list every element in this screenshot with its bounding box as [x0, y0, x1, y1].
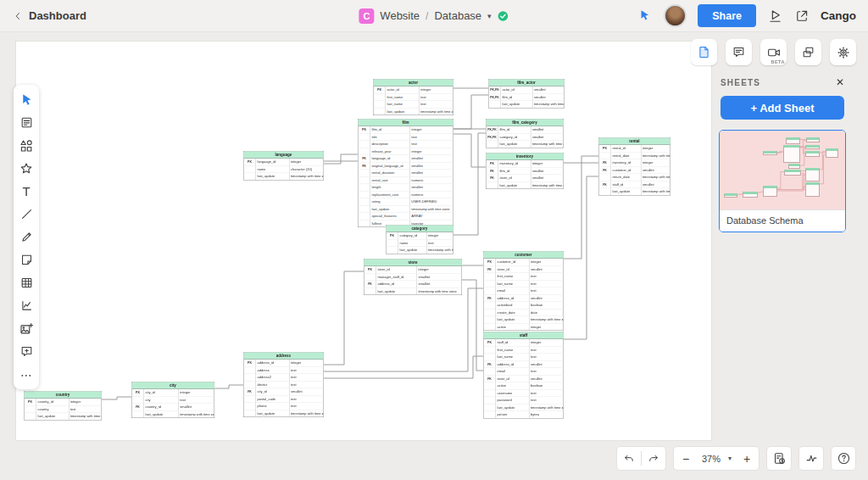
sheets-panel-button[interactable]	[691, 39, 717, 65]
er-cell-type: smallint	[530, 295, 564, 302]
er-row: first_nametext	[374, 93, 453, 101]
video-panel-button[interactable]: BETA	[760, 39, 787, 65]
er-table-staff[interactable]: staffPKstaff_idintegerfirst_nametextlast…	[483, 332, 564, 419]
add-sheet-button[interactable]: + Add Sheet	[721, 96, 844, 120]
er-cell-field: email	[496, 287, 530, 294]
close-icon[interactable]: ✕	[836, 76, 844, 88]
er-table-customer[interactable]: customerPKcustomer_idintegerFKstore_idsm…	[483, 251, 564, 331]
er-table-store[interactable]: storePKstore_idintegermanager_staff_idsm…	[364, 259, 462, 295]
er-table-actor[interactable]: actorPKactor_idintegerfirst_nametextlast…	[373, 79, 453, 115]
er-row: FKoriginal_language_idsmallint	[359, 162, 453, 170]
er-cell-type: numeric	[410, 177, 453, 184]
thumbnail-mini-table	[826, 148, 838, 158]
export-icon[interactable]	[794, 8, 810, 24]
er-table-film_category[interactable]: film_categoryPK,FKfilm_idsmallintPK,FKca…	[486, 119, 564, 148]
er-cell-type: integer	[642, 159, 670, 166]
er-cell-type: text	[290, 374, 324, 381]
zoom-caret-icon[interactable]: ▾	[725, 455, 735, 462]
er-cell-field: last_update	[498, 141, 531, 148]
breadcrumb-separator: /	[426, 10, 428, 22]
notes-tool-button[interactable]	[14, 111, 38, 134]
line-tool-button[interactable]	[14, 203, 38, 226]
shapes-tool-button[interactable]	[14, 134, 38, 157]
settings-panel-button[interactable]	[830, 39, 856, 65]
revision-history-button[interactable]	[767, 447, 791, 470]
sheets-panel-header: SHEETS ✕	[721, 76, 844, 88]
undo-button[interactable]	[617, 447, 641, 470]
table-tool-button[interactable]	[14, 271, 38, 294]
er-cell-key	[244, 374, 257, 381]
er-row: PKrental_idinteger	[599, 145, 670, 152]
er-row: last_updatetimestamp with time zone	[374, 108, 453, 115]
er-cell-type: text	[410, 141, 453, 148]
er-table-city[interactable]: cityPKcity_idintegercitytextFKcountry_id…	[131, 382, 214, 418]
er-row: phonetext	[244, 403, 324, 410]
breadcrumb-file[interactable]: Database	[434, 9, 481, 22]
image-tool-button[interactable]	[14, 317, 38, 340]
er-table-title: staff	[484, 332, 564, 340]
back-to-dashboard-button[interactable]: Dashboard	[0, 9, 86, 22]
redo-button[interactable]	[642, 447, 665, 470]
er-cell-field: language_id	[370, 155, 410, 162]
er-row: passwordtext	[484, 397, 564, 405]
er-cell-field: rental_id	[611, 145, 642, 152]
er-row: rental_durationsmallint	[359, 170, 453, 177]
er-cell-field: film_id	[498, 168, 531, 175]
favorites-tool-button[interactable]	[14, 157, 38, 180]
er-cell-field: replacement_cost	[370, 192, 410, 198]
er-cell-key	[484, 324, 497, 331]
table-icon	[19, 276, 34, 290]
er-table-title: film	[359, 120, 453, 127]
activity-icon	[804, 451, 819, 466]
er-table-film[interactable]: filmPKfilm_idintegertitletextdescription…	[358, 119, 453, 227]
er-cell-type: timestamp with time zone	[417, 288, 462, 295]
pen-tool-button[interactable]	[14, 226, 38, 248]
comments-panel-button[interactable]	[726, 39, 752, 65]
er-table-film_actor[interactable]: film_actorPK,FKactor_idsmallintPK,FKfilm…	[488, 79, 565, 109]
sticky-note-tool-button[interactable]	[14, 248, 38, 271]
er-table-address[interactable]: addressPKaddress_idintegeraddresstextadd…	[243, 352, 324, 417]
select-tool-button[interactable]	[14, 88, 38, 111]
er-table-category[interactable]: categoryPKcategory_idintegernametextlast…	[386, 225, 453, 254]
share-button[interactable]: Share	[698, 4, 756, 27]
er-cell-type: bytea	[530, 411, 564, 418]
zoom-out-button[interactable]: −	[674, 447, 698, 470]
er-row: last_updatetimestamp with time zone	[487, 141, 564, 148]
user-avatar[interactable]	[664, 4, 687, 27]
er-cell-type: smallint	[410, 184, 453, 191]
er-cell-type: timestamp with time zone	[410, 206, 453, 213]
er-cell-key	[25, 413, 37, 420]
help-button[interactable]	[832, 447, 855, 470]
zoom-level[interactable]: 37%	[698, 454, 725, 464]
er-cell-field: title	[370, 134, 410, 141]
title-caret-icon[interactable]: ▾	[487, 12, 492, 20]
zoom-in-button[interactable]: +	[735, 447, 759, 470]
er-cell-type: smallint	[410, 155, 453, 162]
image-plus-icon	[19, 321, 34, 337]
slides-panel-button[interactable]	[795, 39, 821, 65]
present-icon[interactable]	[767, 8, 783, 24]
er-row: PKfilm_idinteger	[359, 126, 453, 133]
er-cell-key	[484, 302, 497, 309]
er-cell-field: rental_date	[611, 153, 642, 159]
text-tool-button[interactable]: T	[14, 180, 38, 203]
er-cell-field: customer_id	[611, 167, 642, 174]
breadcrumb-folder[interactable]: Website	[380, 9, 420, 22]
er-cell-type: date	[530, 310, 564, 316]
er-cell-key: FK	[484, 266, 497, 273]
more-tools-button[interactable]: ⋯	[14, 363, 38, 386]
comment-tool-button[interactable]	[14, 340, 38, 363]
er-table-rental[interactable]: rentalPKrental_idintegerrental_datetimes…	[598, 137, 670, 196]
er-cell-field: store_id	[496, 266, 530, 273]
er-table-inventory[interactable]: inventoryPKinventory_idintegerFKfilm_ids…	[486, 153, 564, 189]
sheet-thumbnail-card[interactable]: Database Schema	[719, 130, 846, 232]
er-table-language[interactable]: languagePKlanguage_idintegernamecharacte…	[243, 151, 324, 181]
top-bar-actions: Share Cango	[638, 4, 856, 27]
er-row: PK,FKfilm_idsmallint	[487, 126, 564, 133]
er-cell-key	[132, 397, 145, 404]
activity-button[interactable]	[799, 447, 823, 470]
er-cell-key	[387, 247, 399, 254]
er-row: activeboolean	[484, 382, 564, 390]
er-table-country[interactable]: countryPKcountry_idintegercountrytextlas…	[24, 391, 102, 421]
chart-tool-button[interactable]	[14, 294, 38, 317]
